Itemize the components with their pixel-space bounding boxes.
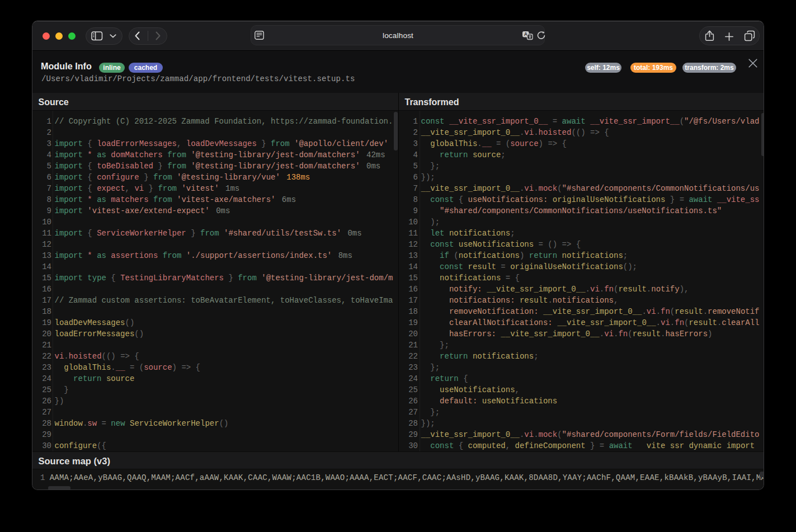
svg-text:A: A — [524, 31, 527, 37]
